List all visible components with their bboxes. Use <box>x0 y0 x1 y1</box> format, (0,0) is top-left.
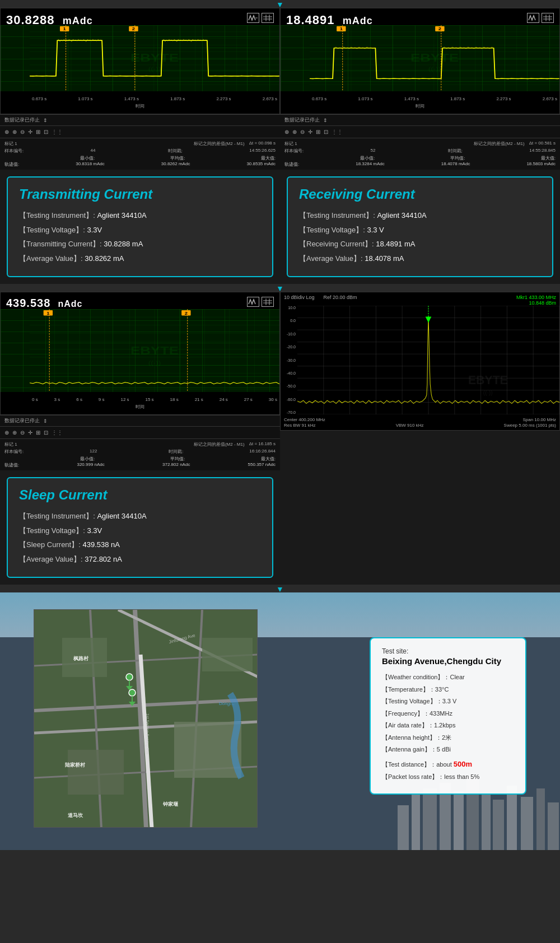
transmitting-status: 数据记录已停止 <box>4 116 40 124</box>
sleep-title: Sleep Current <box>19 487 261 503</box>
transmitting-unit: mAdc <box>63 15 93 26</box>
sleep-export-btn[interactable]: ⊡ <box>44 430 48 436</box>
fit-btn[interactable]: ✛ <box>28 129 32 135</box>
svg-text:陆家桥村: 陆家桥村 <box>65 762 86 768</box>
test-freq: 【Frequency】：433MHz <box>382 709 514 718</box>
spectrum-svg: EBYTE ((·)) <box>297 306 559 414</box>
svg-text:2: 2 <box>438 26 442 31</box>
spectrum-bottom-labels2: Res BW 91 kHz VBW 910 kHz Sweep 5.00 ms … <box>284 423 556 428</box>
sleep-icon-wave <box>247 297 259 307</box>
svg-rect-120 <box>68 750 124 795</box>
spectrum-top-info: 10 dBidiv Log Ref 20.00 dBm <box>284 295 357 300</box>
sleep-grid: EBYTE ((·)) 1 2 <box>1 309 279 392</box>
test-site-label: Test site: <box>382 647 514 655</box>
svg-text:1st Section Beixing Ave: 1st Section Beixing Ave <box>145 713 150 754</box>
sleep-fit-btn[interactable]: ✛ <box>28 430 32 436</box>
map-svg: 枫路村 陆家桥村 钟家堰 道马坎 Jinfurong Ave 1st Secti… <box>34 610 258 828</box>
transmitting-controls[interactable]: ⊕ ⊕ ⊖ ✛ ⊞ ⊡ ⋮⋮ <box>0 125 280 138</box>
sleep-zoom-in2-btn[interactable]: ⊕ <box>12 430 17 436</box>
rx-zoom-in-btn[interactable]: ⊕ <box>284 129 289 135</box>
receiving-unit: mAdc <box>343 15 373 26</box>
expand-btn[interactable]: ⊞ <box>36 129 40 135</box>
rx-export-btn[interactable]: ⊡ <box>324 129 328 135</box>
sleep-unit: nAdc <box>58 299 82 309</box>
menu-btn[interactable]: ⋮⋮ <box>52 129 63 135</box>
rx-expand-btn[interactable]: ⊞ <box>316 129 320 135</box>
transmitting-instrument-line: 【Testing Instrument】: Aglient 34410A <box>19 210 261 221</box>
sleep-menu-btn[interactable]: ⋮⋮ <box>52 430 63 436</box>
svg-text:((·)): ((·)) <box>148 66 161 72</box>
sleep-signal-svg: EBYTE ((·)) 1 2 <box>30 309 279 392</box>
sleep-controls[interactable]: ⊕ ⊕ ⊖ ✛ ⊞ ⊡ ⋮⋮ <box>0 426 280 438</box>
sleep-zoom-in-btn[interactable]: ⊕ <box>4 430 9 436</box>
receiving-title: Receiving Current <box>299 186 541 202</box>
receiving-time-labels: 0.673 s 1.073 s 1.473 s 1.873 s 2.273 s … <box>310 96 559 101</box>
svg-rect-145 <box>536 788 545 850</box>
rx-menu-btn[interactable]: ⋮⋮ <box>332 129 343 135</box>
sleep-data-table: 标记 1 标记之间的差值(M2 - M1) Δt = 16.185 s 样本编号… <box>0 438 280 470</box>
transmitting-data-table: 标记 1 标记之间的差值(M2 - M1) Δt = 00.098 s 样本编号… <box>0 138 280 170</box>
spectrum-marker-info: Mkr1 433.00 MHz 10.848 dBm <box>516 295 556 306</box>
map-container: 枫路村 陆家桥村 钟家堰 道马坎 Jinfurong Ave 1st Secti… <box>34 609 258 828</box>
sleep-panel: 439.538 nAdc <box>0 292 280 585</box>
sleep-avg-line: 【Average Value】: 372.802 nA <box>19 554 261 565</box>
receiving-status-bar: 数据记录已停止 ⇕ <box>280 114 560 125</box>
receiving-current-line: 【Receiving Current】: 18.4891 mA <box>299 239 541 250</box>
svg-text:EBYTE: EBYTE <box>130 52 179 64</box>
transmitting-oscope: 30.8288 mAdc <box>0 8 280 114</box>
svg-rect-137 <box>423 788 437 850</box>
svg-text:2: 2 <box>185 310 188 315</box>
transmitting-status-bar: 数据记录已停止 ⇕ <box>0 114 280 125</box>
receiving-status: 数据记录已停止 <box>284 116 320 124</box>
spectrum-bottom-labels: Center 400.200 MHz Span 10.00 MHz <box>284 417 556 422</box>
sleep-info-card: Sleep Current 【Testing Instrument】: Agli… <box>7 477 273 578</box>
page-wrapper: ▼ 30.8288 mAdc <box>0 0 560 850</box>
test-airdata: 【Air data rate】：1.2kbps <box>382 721 514 730</box>
sleep-value: 439.538 <box>6 297 50 309</box>
oscope-icon-wave <box>247 13 259 23</box>
sleep-voltage-line: 【Testing Voltage】: 3.3V <box>19 525 261 536</box>
test-site-name: Beixing Avenue,Chengdu City <box>382 656 514 666</box>
rx-zoom-in2-btn[interactable]: ⊕ <box>292 129 297 135</box>
transmitting-signal-svg: EBYTE ((·)) <box>30 25 279 91</box>
receiving-icon-wave <box>527 13 539 23</box>
export-btn[interactable]: ⊡ <box>44 129 48 135</box>
rx-zoom-out-btn[interactable]: ⊖ <box>300 129 305 135</box>
svg-text:EBYTE: EBYTE <box>468 374 508 387</box>
sleep-expand-btn[interactable]: ⊞ <box>36 430 40 436</box>
svg-rect-146 <box>548 802 559 850</box>
receiving-panel: 18.4891 mAdc <box>280 8 560 284</box>
rx-fit-btn[interactable]: ✛ <box>308 129 312 135</box>
spectrum-display: 10 dBidiv Log Ref 20.00 dBm Mkr1 433.00 … <box>280 292 560 431</box>
svg-rect-142 <box>493 800 504 850</box>
zoom-out-btn[interactable]: ⊖ <box>20 129 25 135</box>
svg-rect-135 <box>398 805 409 850</box>
sleep-status: 数据记录已停止 <box>4 417 40 424</box>
transmitting-time-labels: 0.673 s 1.073 s 1.473 s 1.873 s 2.273 s … <box>30 96 279 101</box>
transmitting-title: Transmitting Current <box>19 186 261 202</box>
receiving-icon-grid <box>542 13 554 23</box>
svg-text:道马坎: 道马坎 <box>68 813 83 818</box>
svg-rect-139 <box>454 791 464 850</box>
zoom-in2-btn[interactable]: ⊕ <box>12 129 17 135</box>
receiving-controls[interactable]: ⊕ ⊕ ⊖ ✛ ⊞ ⊡ ⋮⋮ <box>280 125 560 138</box>
receiving-voltage-line: 【Testing Voltage】: 3.3 V <box>299 225 541 236</box>
sleep-status-bar: 数据记录已停止 ⇕ <box>0 415 280 426</box>
transmitting-current-line: 【Transmitting Current】: 30.8288 mA <box>19 239 261 250</box>
svg-point-129 <box>126 674 133 680</box>
svg-text:2: 2 <box>132 26 136 31</box>
middle-row: 439.538 nAdc <box>0 292 560 585</box>
svg-text:1: 1 <box>63 26 67 31</box>
svg-point-132 <box>129 689 136 696</box>
sleep-reading: 439.538 nAdc <box>6 297 82 310</box>
spectrum-spacer <box>280 431 560 547</box>
sleep-zoom-out-btn[interactable]: ⊖ <box>20 430 25 436</box>
oscope-icon-area <box>247 13 274 23</box>
receiving-grid: EBYTE ((·)) <box>281 25 559 91</box>
zoom-in-btn[interactable]: ⊕ <box>4 129 9 135</box>
oscope-icon-grid <box>262 13 274 23</box>
receiving-instrument-line: 【Testing Instrument】: Aglient 34410A <box>299 210 541 221</box>
svg-text:Dongl...: Dongl... <box>219 701 235 706</box>
transmitting-grid: EBYTE ((·)) <box>1 25 279 91</box>
receiving-oscope: 18.4891 mAdc <box>280 8 560 114</box>
